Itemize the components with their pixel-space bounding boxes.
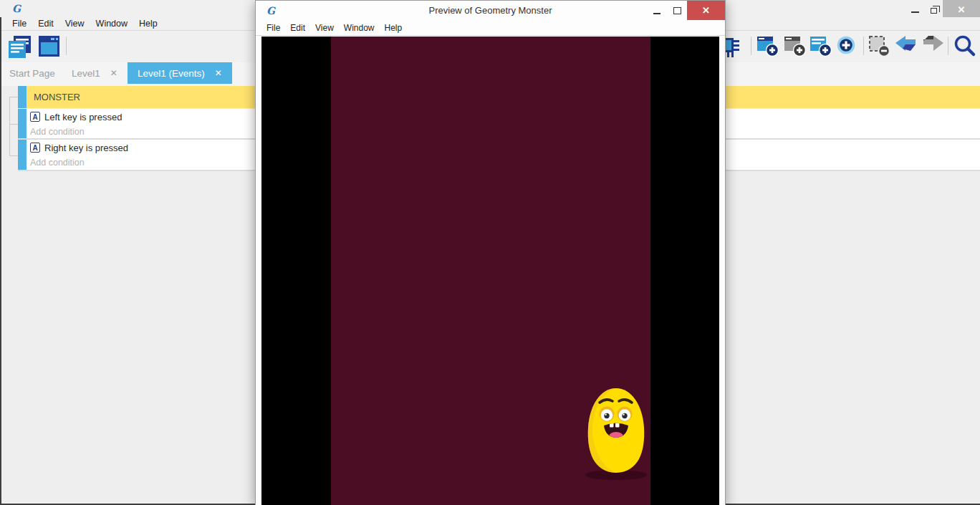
menu-window[interactable]: Window xyxy=(90,19,133,29)
menu-edit[interactable]: Edit xyxy=(285,23,310,33)
preview-maximize-button[interactable] xyxy=(667,1,687,20)
tree-guide xyxy=(9,155,18,156)
comment-text: MONSTER xyxy=(34,92,80,102)
minimize-icon xyxy=(653,13,660,14)
preview-titlebar: G Preview of Geometry Monster ✕ xyxy=(256,1,725,21)
scene-window-icon[interactable] xyxy=(37,34,62,59)
search-button[interactable] xyxy=(953,34,976,58)
condition-text: Right key is pressed xyxy=(44,143,128,153)
restore-button[interactable] xyxy=(924,0,943,19)
game-stage xyxy=(331,37,650,505)
close-icon: ✕ xyxy=(702,5,710,16)
tab-start-page[interactable]: Start Page xyxy=(9,62,55,84)
redo-button[interactable] xyxy=(921,34,945,57)
menu-view[interactable]: View xyxy=(59,19,90,29)
tab-label: Start Page xyxy=(9,68,55,79)
menu-edit[interactable]: Edit xyxy=(32,19,59,29)
tab-level1-events[interactable]: Level1 (Events) ✕ xyxy=(128,62,232,84)
toolbar-separator xyxy=(863,37,864,55)
event-selection-bar[interactable] xyxy=(18,86,27,108)
undo-button[interactable] xyxy=(894,34,918,57)
keyboard-key-icon: A xyxy=(30,143,40,153)
event-selection-bar[interactable] xyxy=(18,140,27,170)
toolbar-separator xyxy=(66,37,67,55)
preview-menubar: File Edit View Window Help xyxy=(256,21,725,36)
close-button[interactable]: ✕ xyxy=(943,0,980,19)
keyboard-key-icon: A xyxy=(30,112,40,122)
close-tab-icon[interactable]: ✕ xyxy=(215,68,222,78)
tree-guide xyxy=(9,97,10,155)
gdevelop-logo-icon: G xyxy=(11,3,22,14)
add-subevent-button[interactable] xyxy=(784,34,807,57)
menu-file[interactable]: File xyxy=(261,23,285,33)
maximize-icon xyxy=(673,7,681,14)
minimize-button[interactable] xyxy=(905,0,924,19)
preview-window: G Preview of Geometry Monster ✕ File Edi… xyxy=(255,0,726,505)
menu-help[interactable]: Help xyxy=(380,23,408,33)
toolbar-separator xyxy=(948,37,948,55)
tree-guide xyxy=(9,124,18,125)
monster-character xyxy=(583,387,649,480)
window-border xyxy=(0,17,1,505)
minimize-icon xyxy=(911,11,919,13)
add-event-button[interactable] xyxy=(756,34,779,57)
menu-view[interactable]: View xyxy=(310,23,339,33)
event-selection-bar[interactable] xyxy=(18,109,27,138)
events-sheet-icon[interactable] xyxy=(7,34,33,60)
restore-icon xyxy=(931,8,937,14)
tab-level1[interactable]: Level1 ✕ xyxy=(72,62,117,84)
preview-minimize-button[interactable] xyxy=(647,1,667,20)
add-event-other-button[interactable] xyxy=(835,34,858,57)
menu-file[interactable]: File xyxy=(6,19,32,29)
tree-guide xyxy=(9,97,18,97)
menu-help[interactable]: Help xyxy=(133,19,163,29)
close-icon: ✕ xyxy=(958,4,966,15)
tab-label: Level1 (Events) xyxy=(138,68,205,79)
preview-close-button[interactable]: ✕ xyxy=(687,1,725,20)
delete-event-button[interactable] xyxy=(868,34,890,57)
add-comment-button[interactable] xyxy=(810,34,832,57)
condition-text: Left key is pressed xyxy=(44,112,122,122)
close-tab-icon[interactable]: ✕ xyxy=(110,68,117,78)
game-viewport[interactable] xyxy=(261,37,719,505)
menu-window[interactable]: Window xyxy=(339,23,380,33)
tab-label: Level1 xyxy=(72,68,100,79)
toolbar-separator xyxy=(751,37,751,55)
